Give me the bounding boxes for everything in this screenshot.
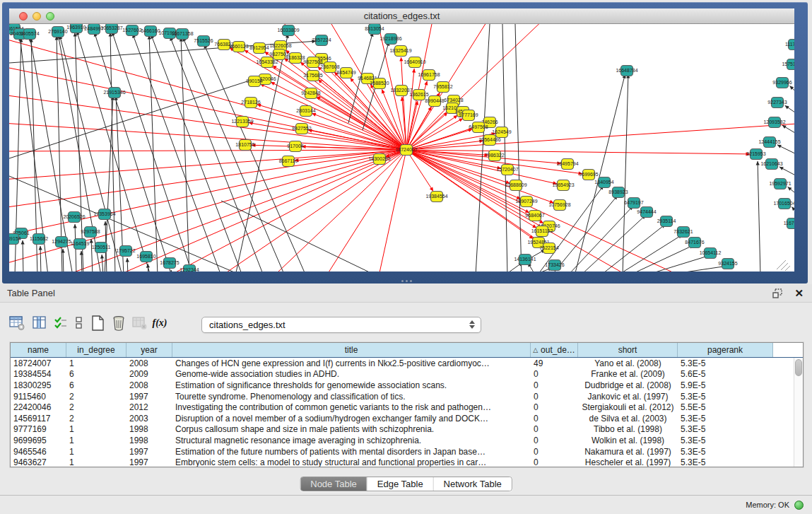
graph-node[interactable]: 21915346 [103,88,125,98]
column-header-short[interactable]: short [578,343,678,357]
svg-text:16648784: 16648784 [616,68,637,73]
float-panel-icon[interactable] [772,288,783,298]
graph-node[interactable]: 18325419 [389,46,411,57]
graph-node[interactable]: 1678275 [160,258,179,269]
panel-splitter-handle[interactable] [398,280,415,284]
graph-node[interactable]: 1115682 [30,234,48,245]
graph-node[interactable]: 990154 [246,76,262,87]
graph-node[interactable]: 2769140 [48,27,67,37]
show-columns-icon[interactable] [31,314,48,332]
tab-network-table[interactable]: Network Table [434,477,512,491]
graph-node[interactable]: 8667110 [279,156,298,167]
network-window-titlebar[interactable]: citations_edges.txt [9,8,794,24]
graph-node[interactable]: 9699695 [579,170,598,180]
rows-icon[interactable] [71,314,88,332]
delete-column-icon[interactable] [110,314,127,332]
graph-node[interactable]: 7955812 [433,82,452,93]
graph-node[interactable]: 1117303 [785,40,794,50]
graph-node[interactable]: 10653287 [100,24,122,34]
graph-node[interactable]: 12444155 [758,137,780,148]
graph-node[interactable]: 9324155 [718,259,737,269]
graph-node[interactable]: 16033809 [277,25,299,36]
graph-node[interactable]: 7832621 [673,227,693,238]
column-checklist-icon[interactable] [52,314,69,332]
graph-node[interactable]: 1840954 [594,177,613,188]
graph-node[interactable]: 9227343 [767,98,787,108]
graph-node[interactable]: 17016504 [773,199,794,209]
graph-node[interactable]: 9474444 [637,207,656,218]
graph-node[interactable]: 3175685 [303,71,322,81]
close-panel-icon[interactable]: ✕ [794,288,804,298]
graph-node[interactable]: 1810755 [235,140,254,151]
scrollbar-thumb[interactable] [795,359,802,376]
column-header-pagerank[interactable]: pagerank [678,343,773,357]
network-window[interactable]: citations_edges.txt 76638228660123891295… [2,2,808,284]
new-column-icon[interactable] [89,314,106,332]
svg-text:19218986: 19218986 [379,36,401,41]
function-builder-icon[interactable]: f(x) [151,314,168,332]
table-row[interactable]: 911546021997Tourette syndrome. Phenomeno… [11,391,794,402]
graph-node[interactable]: 19218986 [379,34,401,45]
graph-node[interactable]: 7857224 [312,35,331,46]
graph-node[interactable]: 20206526 [63,212,85,223]
graph-node[interactable]: 15720407 [496,165,518,175]
delete-table-icon[interactable] [131,314,148,332]
table-selector-dropdown[interactable]: citations_edges.txt [201,317,481,333]
graph-node[interactable]: 6479197 [624,198,643,209]
graph-node[interactable]: 19384554 [425,192,447,202]
graph-node[interactable]: 16210643 [760,159,782,170]
graph-node[interactable]: 16648784 [616,66,637,76]
column-header-out_de[interactable]: △out_de… [531,343,578,357]
table-row[interactable]: 969969511998Structural magnetic resonanc… [11,435,794,446]
graph-node[interactable]: 10654112 [700,248,722,259]
graph-node[interactable]: 16961758 [418,70,440,81]
graph-node[interactable]: 1292344 [180,265,199,272]
table-row[interactable]: 977716911998Corpus callosum shape and si… [11,424,794,436]
graph-node[interactable]: 6466160 [141,26,160,37]
graph-node[interactable]: 1695810 [136,252,155,262]
graph-node[interactable]: 1527602 [122,25,141,36]
svg-text:8990448: 8990448 [425,98,444,103]
table-mode-icon[interactable] [8,314,25,332]
graph-node[interactable]: 1963910 [66,24,86,33]
table-row[interactable]: 1872400712008Changes of HCN gene express… [11,358,794,369]
graph-node[interactable]: 8215953 [746,149,765,160]
graph-node[interactable]: 10688609 [505,180,526,191]
graph-node[interactable]: 19654923 [552,180,574,191]
column-header-name[interactable]: name [11,343,66,357]
graph-node[interactable]: 18495794 [556,159,578,170]
graph-node[interactable]: 8427552 [292,124,311,134]
graph-node[interactable]: 2718126 [241,98,260,108]
table-row[interactable]: 946554611997Estimation of the future num… [11,446,794,457]
table-row[interactable]: 2242004622012Investigating the contribut… [11,402,794,413]
svg-text:8813054: 8813054 [365,26,384,31]
column-header-title[interactable]: title [172,343,531,357]
graph-node[interactable]: 15751074 [782,59,794,70]
graph-node[interactable]: 16640910 [404,57,425,68]
tab-edge-table[interactable]: Edge Table [367,477,434,491]
table-scrollbar[interactable] [794,358,803,467]
network-canvas[interactable]: 7663822866012389129541822605898275038186… [9,24,794,271]
graph-node[interactable]: 8990448 [425,96,444,107]
graph-node[interactable]: 1250511 [92,243,111,253]
graph-node[interactable]: 917004 [287,141,303,152]
graph-node[interactable]: 9297588 [81,227,100,238]
graph-node[interactable]: 1795722 [116,246,135,257]
graph-node[interactable]: 7986322 [485,151,504,161]
column-header-in_degree[interactable]: in_degree [66,343,126,357]
table-row[interactable]: 1456911722003Disruption of a novel membe… [11,413,794,424]
tab-node-table[interactable]: Node Table [300,477,367,491]
table-row[interactable]: 946362711997Embryonic stem cells: a mode… [11,457,794,467]
table-cell: 9465546 [11,447,66,457]
graph-node[interactable]: 8813054 [365,24,384,35]
graph-node[interactable]: 8471676 [685,238,704,248]
graph-node[interactable]: 17353964 [93,209,115,220]
table-row[interactable]: 1830029562008Estimation of significance … [11,380,794,391]
graph-node[interactable]: 14136141 [514,255,536,265]
graph-node[interactable]: 2935114 [657,216,676,227]
graph-node[interactable]: 1167533 [784,218,794,229]
table-row[interactable]: 1938455462009Genome-wide association stu… [11,369,794,380]
graph-node[interactable]: 7515526 [194,36,213,47]
column-header-year[interactable]: year [126,343,172,357]
graph-node[interactable]: 9329966 [772,78,792,88]
